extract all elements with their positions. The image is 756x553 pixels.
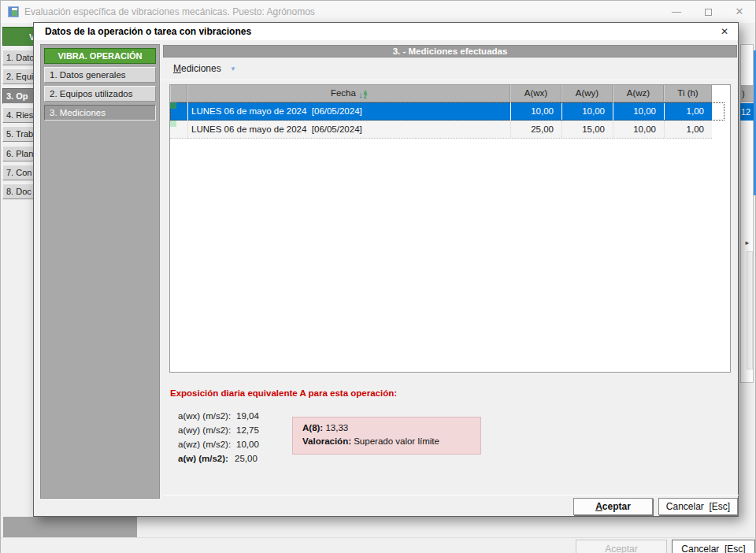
exposure-label: a(wx) (m/s2): [178, 409, 236, 423]
main-close-button[interactable]: ✕ [724, 1, 755, 23]
accept-rest: ceptar [602, 501, 631, 512]
cancel-label: Cancelar [Esc] [666, 501, 730, 512]
cell-awy: 10,00 [561, 102, 613, 121]
section-title: 3. - Mediciones efectuadas [163, 45, 737, 58]
cell-fecha: LUNES 06 de mayo de 2024 [06/05/2024] [187, 121, 510, 139]
main-accept-rest: ceptar [611, 544, 637, 553]
sort-az-icon: ↓AZ [358, 91, 367, 99]
cell-fecha: LUNES 06 de mayo de 2024 [06/05/2024] [187, 102, 510, 121]
header-awy[interactable]: A(wy) [561, 85, 613, 102]
nav-item-datos-generales[interactable]: 1. Datos generales [44, 67, 156, 83]
sidebar-item-trabajadores[interactable]: 5. Trab [2, 126, 35, 142]
menu-rest: ediciones [181, 63, 221, 74]
cell-awx: 10,00 [510, 102, 561, 121]
exposure-label: a(wy) (m/s2): [178, 423, 236, 437]
cell-ti: 1,00 [664, 102, 712, 121]
cell-awz: 10,00 [613, 102, 664, 121]
cancel-button[interactable]: Cancelar [Esc] [658, 498, 738, 515]
accept-button[interactable]: Aceptar [573, 498, 653, 515]
dialog-title: Datos de la operación o tarea con vibrac… [45, 26, 251, 37]
mediciones-menu[interactable]: Mediciones ▼ [173, 61, 236, 76]
operation-dialog: Datos de la operación o tarea con vibrac… [33, 22, 739, 517]
valuation-label: Valoración: [302, 436, 351, 446]
cell-awz: 10,00 [613, 121, 664, 139]
app-icon [8, 6, 19, 17]
cell-ti: 1,00 [664, 121, 712, 139]
header-awx[interactable]: A(wx) [510, 85, 561, 102]
header-fecha-label: Fecha [331, 88, 356, 98]
exposure-row-awy: a(wy) (m/s2):12,75 [178, 423, 259, 437]
cell-awy: 15,00 [561, 121, 613, 139]
chevron-down-icon: ▼ [230, 65, 236, 72]
nav-item-mediciones[interactable]: 3. Mediciones [44, 105, 156, 121]
accept-initial: A [595, 501, 602, 512]
exposure-heading: Exposición diaria equivalente A para est… [170, 388, 397, 398]
maximize-button[interactable] [692, 1, 724, 23]
cell-awx: 25,00 [510, 121, 561, 139]
main-cancel-button[interactable]: Cancelar [Esc] [672, 540, 755, 553]
exposure-label: a(w) (m/s2): [178, 451, 235, 466]
dialog-sidebar: VIBRA. OPERACIÓN 1. Datos generales 2. E… [40, 44, 160, 499]
dialog-footer-divider [163, 495, 739, 495]
exposure-label: a(wz) (m/s2): [178, 437, 236, 451]
dialog-content: 3. - Mediciones efectuadas Mediciones ▼ … [162, 44, 738, 493]
header-awz[interactable]: A(wz) [613, 85, 664, 102]
measurements-table: Fecha↓AZ A(wx) A(wy) A(wz) Ti (h) LUNES … [169, 84, 731, 373]
menu-divider [162, 80, 738, 80]
main-accept-button[interactable]: Aceptar [576, 540, 667, 553]
sort-letter-z: Z [363, 95, 367, 99]
dialog-titlebar: Datos de la operación o tarea con vibrac… [34, 23, 738, 40]
sort-arrow-icon: ↓ [358, 91, 363, 98]
sidebar-item-equipos[interactable]: 2. Equi [2, 69, 35, 84]
exposure-row-aw: a(w) (m/s2):25,00 [178, 451, 258, 466]
sidebar-item-conclusiones[interactable]: 7. Con [2, 165, 35, 180]
exposure-value: 19,04 [236, 411, 259, 421]
row-icon-cell [170, 102, 187, 121]
mediciones-menu-label: Mediciones [173, 63, 221, 74]
valuation-result-box: A(8): 13,33 Valoración: Superado valor l… [292, 417, 481, 455]
sidebar-item-planificacion[interactable]: 6. Plan [2, 146, 35, 161]
header-fecha[interactable]: Fecha↓AZ [187, 85, 510, 102]
sidebar-item-datos[interactable]: 1. Dato [2, 50, 35, 65]
sidebar-item-operaciones[interactable]: 3. Op [2, 88, 35, 104]
a8-value: 13,33 [325, 423, 348, 432]
main-window-title: Evaluación específica de vibraciones mec… [24, 6, 315, 17]
scrollbar-thumb[interactable] [747, 251, 753, 369]
background-sidebar: V 1. Dato 2. Equi 3. Op 4. Ries 5. Trab … [1, 24, 35, 521]
minimize-icon: — [672, 6, 681, 17]
close-icon: ✕ [721, 26, 728, 37]
exposure-row-awz: a(wz) (m/s2):10,00 [178, 437, 259, 451]
nav-item-equipos-utilizados[interactable]: 2. Equipos utilizados [44, 86, 156, 102]
main-cancel-label: Cancelar [Esc] [681, 544, 745, 553]
row-icon-cell [170, 121, 187, 139]
screen: Evaluación específica de vibraciones mec… [0, 0, 756, 553]
close-icon: ✕ [736, 6, 744, 17]
exposure-value: 12,75 [236, 425, 259, 435]
table-header-row: Fecha↓AZ A(wx) A(wy) A(wz) Ti (h) [170, 85, 712, 102]
main-window-footer: Aceptar Cancelar [Esc] [1, 538, 755, 553]
background-selected-cell-fragment: 12 [740, 103, 754, 121]
minimize-button[interactable]: — [661, 1, 692, 23]
table-row[interactable]: LUNES 06 de mayo de 2024 [06/05/2024] 10… [170, 102, 724, 121]
sidebar-item-riesgos[interactable]: 4. Ries [2, 107, 35, 123]
background-vibra-header: V [2, 27, 35, 46]
background-column-header-fragment: ) [740, 85, 754, 102]
background-panel [3, 517, 137, 537]
scroll-right-icon[interactable]: ► [744, 239, 750, 247]
valuation-value: Superado valor límite [354, 436, 439, 446]
exposure-row-awx: a(wx) (m/s2):19,04 [178, 409, 259, 423]
vibra-operacion-header: VIBRA. OPERACIÓN [44, 48, 156, 64]
table-row[interactable]: LUNES 06 de mayo de 2024 [06/05/2024] 25… [170, 121, 724, 139]
exposure-value: 10,00 [236, 440, 259, 449]
main-window-titlebar: Evaluación específica de vibraciones mec… [1, 1, 755, 23]
dialog-close-button[interactable]: ✕ [717, 25, 732, 39]
menu-initial: M [173, 63, 181, 74]
maximize-icon [705, 9, 712, 16]
sidebar-item-documentos[interactable]: 8. Doc [2, 184, 35, 199]
a8-label: A(8): [302, 423, 323, 432]
header-ti[interactable]: Ti (h) [664, 85, 712, 102]
header-icon-cell [170, 85, 187, 102]
exposure-value: 25,00 [235, 454, 258, 463]
